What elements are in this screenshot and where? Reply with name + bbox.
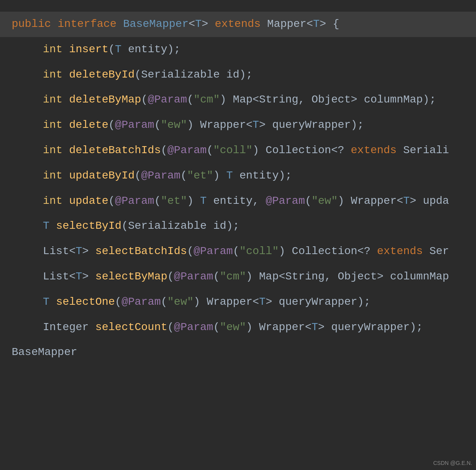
code-token: update	[69, 195, 108, 207]
code-token: T	[226, 170, 233, 182]
code-token: ) Wrapper<	[187, 119, 253, 131]
code-token: selectBatchIds	[95, 245, 187, 257]
code-token: )	[187, 195, 200, 207]
code-line: int deleteByMap(@Param("cm") Map<String,…	[12, 87, 464, 113]
code-token: int	[43, 170, 69, 182]
code-token: T	[76, 245, 82, 257]
code-token: extends	[377, 245, 429, 257]
code-token: "et"	[161, 195, 187, 207]
code-line: int deleteById(Serializable id);	[12, 62, 464, 88]
code-token: (Serializable id);	[134, 69, 252, 81]
code-token: @Param	[141, 170, 180, 182]
code-token: ) Wrapper<	[246, 321, 311, 333]
code-token: entity,	[207, 195, 265, 207]
code-token: int	[43, 69, 69, 81]
code-token	[50, 296, 56, 308]
code-token: T	[115, 43, 122, 55]
code-token: )	[213, 170, 226, 182]
code-token: (	[167, 321, 174, 333]
code-token: (	[161, 144, 167, 156]
code-token: T	[313, 18, 320, 30]
code-token: int	[43, 195, 69, 207]
code-token: T	[200, 195, 207, 207]
code-token: (	[161, 296, 168, 308]
code-token: (	[154, 195, 161, 207]
code-token: T	[43, 220, 50, 232]
code-line: int update(@Param("et") T entity, @Param…	[12, 189, 464, 214]
code-line: BaseMapper	[12, 340, 464, 365]
code-token: (	[187, 94, 194, 106]
code-token: (	[115, 296, 122, 308]
code-token: @Param	[148, 94, 187, 106]
code-token: "ew"	[220, 321, 246, 333]
code-token: "ew"	[167, 296, 193, 308]
code-line: int insert(T entity);	[12, 37, 464, 62]
code-token: <	[189, 18, 195, 30]
code-token: (	[154, 119, 161, 131]
code-token: public	[12, 18, 58, 30]
code-token: extends	[215, 18, 267, 30]
code-token: >	[82, 245, 96, 257]
code-line: int updateById(@Param("et") T entity);	[12, 163, 464, 189]
code-token: List<	[43, 270, 76, 283]
code-token: > queryWrapper);	[318, 321, 423, 333]
code-token: (Serializable id);	[122, 220, 239, 232]
code-token: > upda	[410, 195, 449, 207]
code-token: BaseMapper	[12, 346, 77, 358]
code-token	[50, 220, 56, 232]
code-line: int delete(@Param("ew") Wrapper<T> query…	[12, 113, 464, 138]
watermark: CSDN @G.E.N.	[433, 460, 472, 466]
code-token: (	[213, 270, 220, 283]
code-token: > {	[320, 18, 339, 30]
code-token: ) Wrapper<	[338, 195, 403, 207]
code-token: ) Map<String, Object> columnMap	[246, 270, 449, 283]
code-token: @Param	[167, 144, 207, 156]
code-token: T	[259, 296, 266, 308]
code-token: selectById	[56, 220, 122, 232]
code-token: >	[82, 270, 96, 283]
code-token: T	[403, 195, 410, 207]
code-token: @Param	[115, 195, 154, 207]
code-token: (	[134, 170, 141, 182]
code-token: entity);	[122, 43, 180, 55]
code-token: @Param	[122, 296, 161, 308]
code-container: public interface BaseMapper<T> extends M…	[0, 0, 476, 470]
code-token: "ew"	[311, 195, 338, 207]
code-token: >	[202, 18, 215, 30]
code-token: extends	[351, 144, 403, 156]
code-token: Seriali	[403, 144, 449, 156]
code-token: "coll"	[239, 245, 279, 257]
code-line: int deleteBatchIds(@Param("coll") Collec…	[12, 138, 464, 163]
code-token: T	[76, 270, 82, 283]
code-token: selectByMap	[95, 270, 167, 283]
code-token: interface	[58, 18, 123, 30]
code-token: (	[167, 270, 174, 283]
code-token: (	[233, 245, 239, 257]
code-token: T	[195, 18, 202, 30]
code-token: Mapper<	[267, 18, 313, 30]
code-token: deleteById	[69, 69, 134, 81]
code-token: insert	[69, 43, 108, 55]
code-token: entity);	[233, 170, 292, 182]
code-line: T selectOne(@Param("ew") Wrapper<T> quer…	[12, 290, 464, 315]
code-token: ) Wrapper<	[194, 296, 259, 308]
code-token: "ew"	[161, 119, 187, 131]
code-token: "et"	[187, 170, 213, 182]
code-token: ) Collection<?	[279, 245, 377, 257]
code-token: "cm"	[220, 270, 246, 283]
code-token: (	[108, 119, 115, 131]
code-token: (	[141, 94, 148, 106]
code-token: updateById	[69, 170, 134, 182]
code-line: List<T> selectByMap(@Param("cm") Map<Str…	[12, 264, 464, 290]
code-token: (	[213, 321, 220, 333]
code-token: Ser	[429, 245, 449, 257]
code-token: (	[187, 245, 194, 257]
code-token: T	[43, 296, 50, 308]
code-token: (	[180, 170, 187, 182]
code-line: Integer selectCount(@Param("ew") Wrapper…	[12, 315, 464, 340]
code-token: (	[108, 43, 115, 55]
code-token: @Param	[265, 195, 305, 207]
code-token: delete	[69, 119, 108, 131]
code-token: int	[43, 43, 69, 55]
code-token: > queryWrapper);	[259, 119, 364, 131]
